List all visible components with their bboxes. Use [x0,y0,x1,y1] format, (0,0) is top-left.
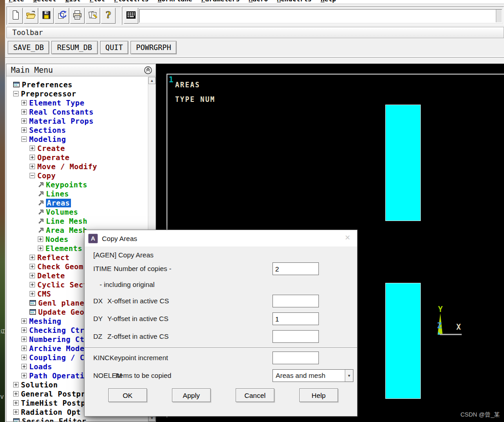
plus-box-icon[interactable] [30,291,35,296]
tree-item-reflect[interactable]: Reflect [30,253,70,262]
tree-item-create[interactable]: Create [30,144,65,153]
plus-box-icon[interactable] [21,100,27,106]
tree-item-session-editor[interactable]: Session Editor [13,417,86,422]
quit-button[interactable]: QUIT [100,41,129,54]
plus-box-icon[interactable] [30,164,35,169]
report-generator-button[interactable] [86,8,100,24]
plus-box-icon[interactable] [21,327,27,333]
help-button[interactable]: ? [101,8,116,24]
plus-box-icon[interactable] [21,118,27,124]
plus-box-icon[interactable] [13,382,19,387]
command-input[interactable] [140,10,496,22]
tree-item-areas[interactable]: Areas [38,198,71,207]
print-button[interactable] [70,8,85,24]
chevron-down-icon[interactable]: ▼ [345,370,353,382]
menu-item-help[interactable]: Help [321,0,336,4]
tree-item-modeling[interactable]: Modeling [21,135,66,144]
minus-box-icon[interactable] [21,136,27,142]
tree-item-material-props[interactable]: Material Props [21,116,94,126]
menu-item-plot[interactable]: Plot [90,0,105,4]
tree-item-copy[interactable]: Copy [30,171,56,180]
tree-item-operate[interactable]: Operate [30,153,70,162]
plus-box-icon[interactable] [21,346,27,351]
tree-item-solution[interactable]: Solution [13,380,58,389]
dy-field[interactable] [272,312,319,325]
tree-item-move-modify[interactable]: Move / Modify [30,162,97,171]
plus-box-icon[interactable] [21,127,27,133]
cancel-button[interactable]: Cancel [236,388,274,402]
plus-box-icon[interactable] [21,337,27,342]
chevron-up-circle-icon[interactable] [144,66,152,75]
plus-box-icon[interactable] [30,273,35,278]
menu-item-list[interactable]: List [65,0,81,4]
powrgrph-button[interactable]: POWRGRPH [131,41,176,54]
plus-box-icon[interactable] [21,355,27,360]
plus-box-icon[interactable] [38,236,43,242]
tree-item-element-type[interactable]: Element Type [21,98,85,107]
resum-db-button[interactable]: RESUM_DB [51,41,97,54]
open-folder-button[interactable] [24,8,38,24]
tree-item-check-geom[interactable]: Check Geom [30,262,83,271]
tree-item-elements[interactable]: Elements [38,244,82,253]
tree-item-loads[interactable]: Loads [21,362,52,371]
plus-box-icon[interactable] [38,246,43,251]
plus-box-icon[interactable] [21,373,27,378]
tree-item-preprocessor[interactable]: Preprocessor [13,89,76,98]
plus-box-icon[interactable] [13,409,19,415]
tree-item-area-mesh[interactable]: Area Mesh [38,226,87,235]
tree-item-keypoints[interactable]: Keypoints [38,180,87,189]
plus-box-icon[interactable] [30,264,35,269]
menu-item-file[interactable]: File [9,0,24,4]
dx-field[interactable] [272,295,319,307]
menu-item-workplane[interactable]: WorkPlane [158,0,192,4]
tree-item-update-geom[interactable]: Update Geom [30,307,89,316]
menu-item-menuctrls[interactable]: MenuCtrls [277,0,312,4]
minus-box-icon[interactable] [13,91,19,96]
scroll-up-button[interactable]: ▲ [148,77,156,84]
itime-field[interactable] [272,262,319,275]
tree-item-delete[interactable]: Delete [30,271,65,280]
tree-item-timehist-postpro[interactable]: TimeHist Postpro [13,398,95,407]
tree-item-archive-model[interactable]: Archive Model [21,344,89,353]
menu-item-select[interactable]: Select [33,0,56,4]
save-db-button[interactable] [39,8,54,24]
tree-item-nodes[interactable]: Nodes [38,235,69,244]
tree-item-cms[interactable]: CMS [30,289,51,298]
tree-item-preferences[interactable]: Preferences [13,80,72,89]
plus-box-icon[interactable] [21,109,27,115]
refresh-plot-button[interactable] [55,8,69,24]
dz-field[interactable] [272,330,319,343]
menu-item-parameters[interactable]: Parameters [202,0,240,4]
noelem-dropdown[interactable]: Areas and mesh▼ [272,369,353,382]
tree-item-checking-ctrls[interactable]: Checking Ctrls [21,326,94,335]
save-db-button[interactable]: SAVE_DB [8,41,49,54]
plus-box-icon[interactable] [30,146,35,151]
tree-item-lines[interactable]: Lines [38,189,69,198]
tree-item-real-constants[interactable]: Real Constants [21,107,94,116]
tree-item-volumes[interactable]: Volumes [38,207,78,216]
plus-box-icon[interactable] [30,282,35,287]
close-icon[interactable]: × [345,233,350,242]
command-input-scroll-nub[interactable] [496,10,502,22]
minus-box-icon[interactable] [30,173,35,178]
plus-box-icon[interactable] [13,391,19,397]
plus-box-icon[interactable] [30,155,35,160]
tree-item-meshing[interactable]: Meshing [21,316,61,326]
tree-item-radiation-opt[interactable]: Radiation Opt [13,407,81,417]
tree-item-line-mesh[interactable]: Line Mesh [38,216,87,226]
plus-box-icon[interactable] [21,364,27,369]
plus-box-icon[interactable] [13,400,19,406]
help-button[interactable]: Help [299,388,338,402]
new-file-button[interactable] [8,8,23,24]
tree-item-sections[interactable]: Sections [21,126,66,135]
keypad-button[interactable] [124,8,138,24]
kinc-field[interactable] [272,352,319,364]
menu-item-plotctrls[interactable]: PlotCtrls [114,0,149,4]
tree-item-general-postproc[interactable]: General Postproc [13,389,95,398]
ok-button[interactable]: OK [108,388,147,402]
dialog-title-bar[interactable]: A Copy Areas × [85,230,357,246]
apply-button[interactable]: Apply [172,388,211,402]
menu-item-macro[interactable]: Macro [249,0,268,4]
plus-box-icon[interactable] [21,318,27,324]
plus-box-icon[interactable] [30,255,35,260]
